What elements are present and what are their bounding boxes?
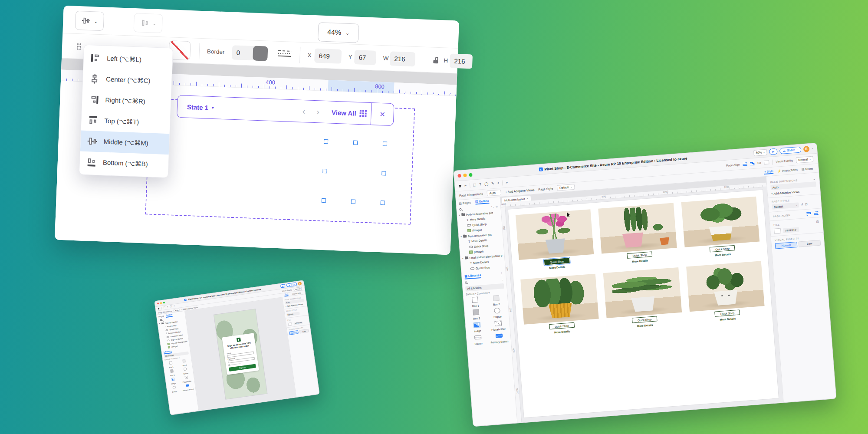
text-tool-icon[interactable]: T: [167, 306, 168, 308]
vf-normal-button[interactable]: Normal: [289, 330, 299, 335]
selection-handle[interactable]: [381, 171, 386, 175]
tab-pages[interactable]: Pages: [158, 315, 164, 318]
library-widget[interactable]: BUTTON Ellipse: [487, 307, 508, 319]
library-widget[interactable]: Box 3: [165, 368, 180, 377]
kebab-menu-icon[interactable]: ⋮: [500, 272, 503, 276]
state-select[interactable]: State 1 ▾: [187, 103, 214, 111]
overflow-icon[interactable]: »: [506, 181, 508, 184]
page-style-select[interactable]: Default ⌄: [772, 202, 799, 210]
close-window-button[interactable]: [457, 174, 461, 178]
product-photo[interactable]: [686, 261, 765, 312]
next-state-button[interactable]: ›: [316, 107, 320, 117]
more-details-link[interactable]: More Details: [554, 330, 570, 334]
align-menu-item[interactable]: Right (⌥⌘R): [82, 89, 171, 113]
selection-handle[interactable]: [322, 198, 326, 203]
product-photo[interactable]: [598, 203, 677, 253]
border-style-icon[interactable]: [278, 50, 291, 58]
vf-low-button[interactable]: Low: [798, 240, 821, 247]
connector-tool-icon[interactable]: ⌐: [464, 184, 467, 187]
more-details-link[interactable]: More Details: [637, 323, 653, 328]
collapse-all-icon[interactable]: ⌃⌄: [491, 206, 494, 208]
align-menu-item[interactable]: Bottom (⌥⌘B): [79, 151, 169, 175]
library-widget[interactable]: Box 1: [164, 360, 178, 369]
product-photo[interactable]: [516, 209, 594, 260]
align-menu-item[interactable]: Center (⌥⌘C): [82, 68, 172, 92]
more-details-link[interactable]: More Details: [720, 317, 736, 321]
page-style-select[interactable]: Default: [286, 312, 300, 316]
account-avatar[interactable]: E: [803, 146, 809, 152]
fill-hex-value[interactable]: #FFFFFF: [294, 321, 303, 325]
align-page-center-icon[interactable]: [814, 211, 819, 215]
zoom-tool-icon[interactable]: ⌖: [497, 181, 500, 185]
library-widget[interactable]: BUTTON Box 1: [464, 296, 486, 308]
box-tool-icon[interactable]: ⬚: [163, 306, 165, 309]
view-all-button[interactable]: View All: [332, 108, 356, 117]
preview-button[interactable]: ▶: [280, 284, 286, 288]
w-field[interactable]: 216: [390, 51, 415, 66]
library-widget[interactable]: BUTTON Placeholder: [487, 319, 509, 332]
fill-color-swatch[interactable]: [288, 322, 292, 326]
quick-shop-button[interactable]: Quick Shop: [710, 245, 735, 252]
drag-handle-icon[interactable]: [77, 43, 81, 49]
zoom-window-button[interactable]: [469, 173, 473, 177]
library-widget[interactable]: BUTTON Button: [467, 334, 489, 346]
plant-image-face-pot-selected[interactable]: [324, 141, 385, 203]
align-page-left-icon[interactable]: [743, 162, 747, 166]
quick-shop-button[interactable]: Quick Shop: [627, 252, 652, 259]
filter-icon[interactable]: ▽: [496, 205, 498, 208]
page-style-select[interactable]: Default ⌄: [557, 184, 575, 191]
pointer-tool-icon[interactable]: [158, 307, 160, 310]
more-details-link[interactable]: More Details: [549, 265, 565, 270]
product-photo[interactable]: [681, 197, 760, 247]
selection-handle[interactable]: [351, 199, 355, 204]
selection-handle[interactable]: [324, 139, 328, 144]
product-photo[interactable]: [520, 274, 599, 325]
unlock-ratio-icon[interactable]: [433, 56, 439, 63]
close-window-button[interactable]: [157, 302, 159, 305]
library-widget[interactable]: Button: [167, 385, 182, 394]
ellipse-tool-icon[interactable]: ◯: [170, 306, 172, 308]
pointer-tool-icon[interactable]: [459, 184, 462, 188]
tab-notes[interactable]: ▤ Notes: [801, 167, 813, 171]
checkbox[interactable]: [228, 364, 230, 366]
zoom-window-button[interactable]: [163, 302, 165, 304]
x-field[interactable]: 649: [314, 48, 342, 63]
align-menu-item[interactable]: Middle (⌥⌘M): [80, 130, 170, 155]
h-field[interactable]: 216: [450, 53, 473, 69]
library-widget[interactable]: BUTTON Box 3: [465, 309, 487, 321]
reset-style-icon[interactable]: ↺: [801, 203, 803, 206]
align-page-center-icon[interactable]: [750, 161, 755, 165]
border-color-swatch[interactable]: [253, 46, 268, 61]
library-widget[interactable]: BUTTON Primary Button: [488, 332, 510, 344]
selection-handle[interactable]: [322, 169, 327, 173]
align-menu-item[interactable]: Left (⌥⌘L): [83, 47, 173, 72]
library-widget[interactable]: Primary Button: [181, 383, 195, 392]
library-widget[interactable]: Placeholder: [179, 375, 194, 384]
library-widget[interactable]: BUTTON Box 2: [485, 294, 507, 306]
align-page-left-icon[interactable]: [806, 212, 811, 216]
tab-interactions[interactable]: Interactions: [292, 292, 301, 295]
product-photo[interactable]: [603, 267, 682, 318]
tab-libraries[interactable]: ▣ Libraries: [464, 273, 481, 279]
tab-interactions[interactable]: ⚡ Interactions: [777, 168, 798, 173]
border-width-field[interactable]: 0: [232, 45, 256, 60]
design-page[interactable]: Quick Shop More Details Quick Shop More …: [508, 190, 779, 418]
vf-normal-button[interactable]: Normal: [775, 242, 798, 249]
text-tool-icon[interactable]: T: [479, 183, 481, 186]
page-dimensions-select[interactable]: Auto ⌄: [487, 190, 502, 197]
fill-hex-value[interactable]: #FFFFFF: [783, 227, 799, 233]
preview-button[interactable]: ▶: [769, 148, 778, 155]
library-widget[interactable]: Box 2: [177, 358, 192, 367]
add-adaptive-views-button[interactable]: + Add Adaptive Views: [505, 188, 535, 194]
minimize-window-button[interactable]: [463, 173, 467, 177]
page-fill-swatch[interactable]: [764, 160, 769, 164]
overflow-icon[interactable]: »: [174, 305, 175, 307]
close-tab-icon[interactable]: ×: [526, 197, 528, 200]
distribute-dropdown-button[interactable]: ⌄: [133, 13, 163, 33]
plant-image-fern-pot[interactable]: [252, 139, 313, 200]
library-widget[interactable]: Image: [166, 376, 181, 385]
selection-handle[interactable]: [353, 141, 358, 145]
share-button[interactable]: ☁ Share: [286, 282, 297, 287]
prev-state-button[interactable]: ‹: [302, 106, 306, 116]
search-icon[interactable]: [465, 281, 467, 283]
